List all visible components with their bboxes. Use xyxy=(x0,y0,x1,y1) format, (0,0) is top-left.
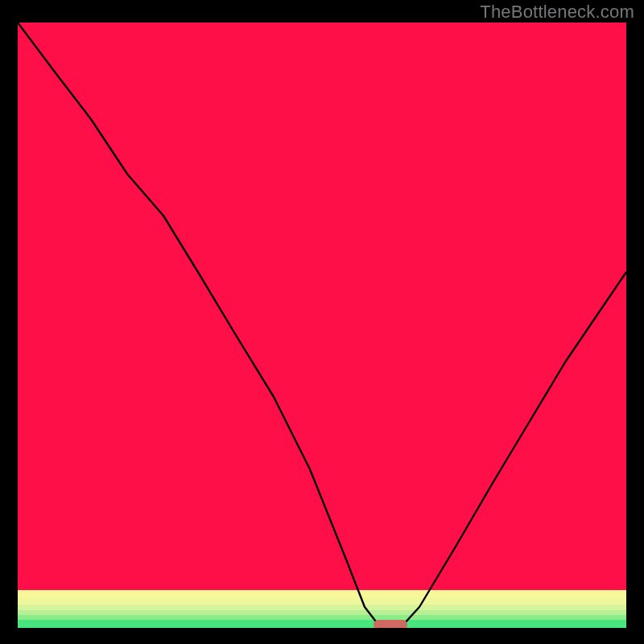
floor-bands xyxy=(18,590,626,628)
optimal-marker xyxy=(374,620,407,628)
svg-rect-5 xyxy=(18,620,626,628)
svg-rect-4 xyxy=(18,615,626,620)
chart-frame: TheBottleneck.com xyxy=(0,0,644,644)
svg-rect-0 xyxy=(18,590,626,598)
watermark-text: TheBottleneck.com xyxy=(480,2,634,23)
svg-rect-1 xyxy=(18,598,626,605)
plot-area xyxy=(18,23,626,628)
chart-svg xyxy=(18,23,626,628)
gradient-background xyxy=(18,23,626,590)
svg-rect-3 xyxy=(18,610,626,615)
svg-rect-2 xyxy=(18,605,626,610)
